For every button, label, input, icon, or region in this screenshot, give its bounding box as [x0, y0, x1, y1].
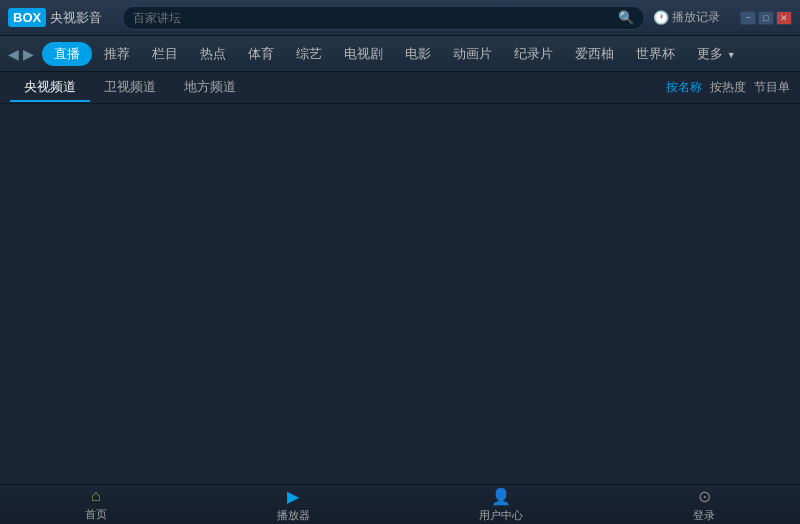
nav-item-电影[interactable]: 电影 — [395, 41, 441, 67]
user-center-label: 用户中心 — [479, 508, 523, 523]
logo: BOX 央视影音 — [8, 8, 102, 27]
back-arrow[interactable]: ◀ — [8, 46, 19, 62]
nav-item-热点[interactable]: 热点 — [190, 41, 236, 67]
channel-tabs: 央视频道卫视频道地方频道 — [10, 74, 250, 102]
sort-tab-按热度[interactable]: 按热度 — [710, 79, 746, 96]
login-button[interactable]: ⊙ 登录 — [693, 487, 715, 523]
window-controls: － □ ✕ — [740, 11, 792, 25]
home-button[interactable]: ⌂ 首页 — [85, 487, 107, 522]
nav-item-体育[interactable]: 体育 — [238, 41, 284, 67]
bottombar: ⌂ 首页 ▶ 播放器 👤 用户中心 ⊙ 登录 — [0, 484, 800, 524]
titlebar-right: 🕐 播放记录 － □ ✕ — [653, 9, 792, 26]
clock-icon: 🕐 播放记录 — [653, 9, 720, 26]
home-icon: ⌂ — [91, 487, 101, 505]
maximize-button[interactable]: □ — [758, 11, 774, 25]
player-button[interactable]: ▶ 播放器 — [277, 487, 310, 523]
nav-item-综艺[interactable]: 综艺 — [286, 41, 332, 67]
channel-tab-地方频道[interactable]: 地方频道 — [170, 74, 250, 102]
logo-box: BOX — [8, 8, 46, 27]
user-icon: 👤 — [491, 487, 511, 506]
channel-tab-卫视频道[interactable]: 卫视频道 — [90, 74, 170, 102]
history-label: 播放记录 — [672, 9, 720, 26]
content-area — [0, 104, 800, 484]
sort-tabs: 按名称按热度节目单 — [666, 79, 790, 96]
nav-item-直播[interactable]: 直播 — [42, 42, 92, 66]
nav-item-电视剧[interactable]: 电视剧 — [334, 41, 393, 67]
minimize-button[interactable]: － — [740, 11, 756, 25]
subtabs: 央视频道卫视频道地方频道 按名称按热度节目单 — [0, 72, 800, 104]
logo-text: 央视影音 — [50, 9, 102, 27]
navbar: ◀ ▶ 直播推荐栏目热点体育综艺电视剧电影动画片纪录片爱西柚世界杯更多 ▼ — [0, 36, 800, 72]
home-label: 首页 — [85, 507, 107, 522]
nav-item-纪录片[interactable]: 纪录片 — [504, 41, 563, 67]
nav-item-更多[interactable]: 更多 ▼ — [687, 41, 746, 67]
sort-tab-按名称[interactable]: 按名称 — [666, 79, 702, 96]
play-icon: ▶ — [287, 487, 299, 506]
player-label: 播放器 — [277, 508, 310, 523]
search-icon[interactable]: 🔍 — [618, 10, 634, 25]
search-input[interactable] — [133, 11, 618, 25]
nav-item-栏目[interactable]: 栏目 — [142, 41, 188, 67]
search-bar[interactable]: 🔍 — [122, 6, 645, 30]
login-label: 登录 — [693, 508, 715, 523]
nav-items: 直播推荐栏目热点体育综艺电视剧电影动画片纪录片爱西柚世界杯更多 ▼ — [42, 41, 746, 67]
nav-arrows: ◀ ▶ — [8, 46, 34, 62]
nav-item-推荐[interactable]: 推荐 — [94, 41, 140, 67]
login-icon: ⊙ — [698, 487, 711, 506]
nav-item-爱西柚[interactable]: 爱西柚 — [565, 41, 624, 67]
sort-tab-节目单[interactable]: 节目单 — [754, 79, 790, 96]
nav-item-世界杯[interactable]: 世界杯 — [626, 41, 685, 67]
channel-tab-央视频道[interactable]: 央视频道 — [10, 74, 90, 102]
titlebar: BOX 央视影音 🔍 🕐 播放记录 － □ ✕ — [0, 0, 800, 36]
close-button[interactable]: ✕ — [776, 11, 792, 25]
user-center-button[interactable]: 👤 用户中心 — [479, 487, 523, 523]
nav-item-动画片[interactable]: 动画片 — [443, 41, 502, 67]
forward-arrow[interactable]: ▶ — [23, 46, 34, 62]
